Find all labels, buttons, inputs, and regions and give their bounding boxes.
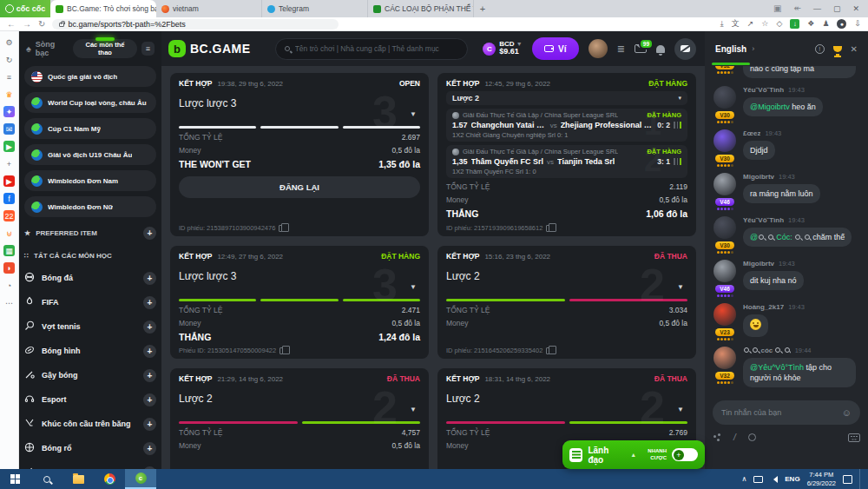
coccoc-profile-icon[interactable]: ♟ <box>822 20 829 28</box>
bet-leg[interactable]: Giải Đấu Thực Tế Giả Lập / China Super L… <box>446 145 687 178</box>
sport-item[interactable]: Bóng rổ+ <box>24 436 156 460</box>
cart-icon[interactable]: ⊎ <box>3 228 15 239</box>
adblock-shield-icon[interactable]: ◇ <box>776 20 782 28</box>
games-icon[interactable]: ▶ <box>3 141 15 152</box>
browser-tab[interactable]: vietnam <box>156 0 262 17</box>
sidebar-championship-item[interactable]: Wimbledon Đơn Nam <box>24 170 156 191</box>
new-tab-button[interactable]: + <box>474 0 491 17</box>
chat-avatar[interactable] <box>713 347 736 369</box>
chat-close-icon[interactable]: ✕ <box>851 44 858 54</box>
expand-caret-icon[interactable]: ▾ <box>678 95 681 102</box>
minimize-button[interactable]: — <box>813 4 821 13</box>
search-input[interactable]: Tên trò chơi | Nhà cung cấp | Thẻ danh m… <box>275 38 468 60</box>
add-preferred-button[interactable]: + <box>143 227 156 240</box>
sidebar-menu-button[interactable]: ≡ <box>141 42 155 56</box>
chrome-icon[interactable] <box>94 469 125 489</box>
keyboard-icon[interactable] <box>848 433 860 442</box>
copy-icon[interactable] <box>279 225 285 232</box>
tray-network-icon[interactable] <box>753 476 763 483</box>
chat-bubble[interactable]: Djdjd <box>743 141 775 160</box>
add-sport-button[interactable]: + <box>143 272 156 285</box>
quick-bet-toggle[interactable] <box>672 448 698 461</box>
bet-leg[interactable]: Giải Đấu Thực Tế Giả Lập / China Super L… <box>446 109 687 142</box>
mention[interactable]: @Yêu^Vô°Tình <box>750 363 804 372</box>
share-icon[interactable]: ↗ <box>747 20 754 28</box>
chat-bubble[interactable]: dit kuj nha nó <box>743 271 804 290</box>
chat-avatar[interactable] <box>713 129 736 152</box>
sidebar-championship-item[interactable]: Quốc gia giải vô địch <box>24 66 156 87</box>
chat-avatar[interactable] <box>713 216 736 239</box>
expand-caret-icon[interactable]: ▼ <box>410 283 417 291</box>
browser-tab[interactable]: CÁC LOẠI BỘ PHẬN THỂ TH✕ <box>368 0 474 17</box>
chevron-right-icon[interactable]: › <box>752 44 754 53</box>
chat-avatar[interactable] <box>713 173 736 195</box>
add-sport-button[interactable]: + <box>143 442 156 455</box>
reader-mode-icon[interactable]: ▣ <box>773 4 781 13</box>
sidebar-championship-item[interactable]: Giải vô địch U19 Châu Âu <box>24 144 156 165</box>
copy-icon[interactable] <box>279 347 286 354</box>
language-indicator[interactable]: ENG <box>785 475 799 483</box>
bcgame-logo[interactable]: b BC.GAME <box>168 40 251 57</box>
sport-item[interactable]: FIFA+ <box>24 290 156 314</box>
account-icon[interactable]: ● <box>837 19 846 29</box>
flow-arrow-icon[interactable]: ↞ <box>794 4 801 13</box>
add-sport-button[interactable]: + <box>143 320 156 334</box>
bell-icon[interactable]: ◔ <box>3 280 15 291</box>
chat-bubble[interactable]: ra máng nằm luôn <box>743 184 820 203</box>
save-page-icon[interactable]: ⤓ <box>720 20 724 28</box>
file-explorer-icon[interactable] <box>62 469 94 489</box>
trophy-icon[interactable] <box>833 46 842 52</box>
copy-icon[interactable] <box>546 225 552 232</box>
preferred-item-row[interactable]: ★ PREFERRED ITEM + <box>24 222 156 243</box>
bet-list-icon[interactable]: ≣ <box>617 43 625 55</box>
sport-item[interactable]: Gậy bóng+ <box>24 363 156 387</box>
notifications-bell-icon[interactable] <box>656 45 665 53</box>
sport-item[interactable]: Bóng hình+ <box>24 339 156 363</box>
history-icon[interactable]: ↻ <box>3 54 15 65</box>
chat-rules-icon[interactable]: ! <box>815 44 825 54</box>
chat-bubble[interactable]: @Migoibrtv heo ăn <box>743 97 823 116</box>
sport-item[interactable]: Vợt tennis+ <box>24 314 156 339</box>
rebet-button[interactable]: ĐĂNG LẠI <box>179 176 420 198</box>
forward-button[interactable]: → <box>23 20 31 29</box>
chat-username[interactable]: £œez <box>743 129 760 137</box>
inbox-button[interactable]: 99 <box>635 44 647 53</box>
more-icon[interactable]: ⋯ <box>3 297 15 308</box>
chat-bubble[interactable]: @ Cóc: chăm thế <box>743 228 852 247</box>
clock[interactable]: 7:44 PM 6/29/2022 <box>807 471 836 488</box>
facebook-icon[interactable]: f <box>3 193 15 204</box>
add-sport-button[interactable]: + <box>143 418 156 431</box>
sidebar-championship-item[interactable]: Wimbledon Đơn Nữ <box>24 196 156 217</box>
chat-input[interactable]: Tin nhắn của bạn ☺ <box>713 400 860 425</box>
add-sport-button[interactable]: + <box>143 393 156 406</box>
notification-center-icon[interactable] <box>843 475 852 484</box>
casino-tab[interactable]: Sòng bạc <box>36 40 69 57</box>
chat-username[interactable]: cóc <box>743 347 791 354</box>
expand-caret-icon[interactable]: ▼ <box>410 406 417 413</box>
translate-icon[interactable]: 文 <box>732 20 740 28</box>
sport-item[interactable]: Esport+ <box>24 387 156 412</box>
bet-selections-strip[interactable]: Lược 2▾ <box>446 91 687 105</box>
maximize-button[interactable]: ▢ <box>833 4 841 13</box>
site-lock-icon[interactable] <box>59 23 64 27</box>
copy-icon[interactable] <box>546 347 552 354</box>
crown-icon[interactable]: ♛ <box>3 89 15 100</box>
expand-caret-icon[interactable]: ▼ <box>677 283 684 291</box>
add-sport-button[interactable]: + <box>143 369 156 382</box>
sidebar-championship-item[interactable]: World Cup loại vòng, châu Âu <box>24 92 156 113</box>
sidebar-championship-item[interactable]: Cúp C1 Nam Mỹ <box>24 118 156 139</box>
currency-selector[interactable]: C BCD ▼ $9.61 <box>483 41 523 57</box>
finance-icon[interactable]: ▦ <box>3 245 15 256</box>
chat-bubble[interactable]: @Yêu^Vô°Tình có em ngày nào c cũng tập m… <box>743 66 856 78</box>
extension-icon[interactable]: ❖ <box>807 20 814 28</box>
expand-caret-icon[interactable]: ▼ <box>677 406 684 413</box>
shop-icon[interactable]: ◗ <box>3 262 15 274</box>
add-sport-button[interactable]: + <box>143 345 156 358</box>
start-button[interactable] <box>0 469 31 489</box>
downloads-tray-icon[interactable]: ⇩ <box>854 20 861 28</box>
command-icon[interactable]: / <box>733 433 736 442</box>
browser-tab[interactable]: Telegram <box>262 0 368 17</box>
close-button[interactable]: ✕ <box>852 4 859 13</box>
chat-language-tab[interactable]: English <box>715 44 746 54</box>
newsfeed-icon[interactable]: ≡ <box>3 71 15 83</box>
